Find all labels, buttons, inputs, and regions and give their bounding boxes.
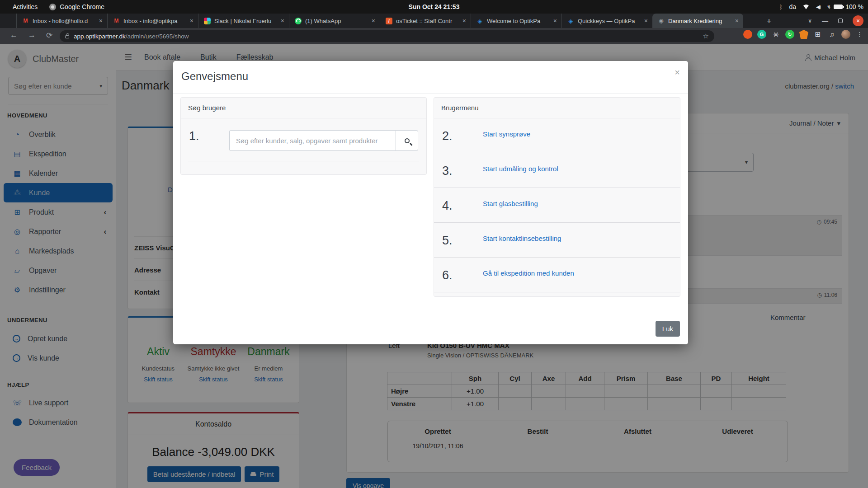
gmail-icon: M [113,18,120,24]
battery-icon [834,5,843,9]
whatsapp-icon [295,18,302,24]
search-users-panel: Søg brugere 1. [180,97,427,175]
tab-search-chevron-icon[interactable]: ∨ [808,18,812,24]
shortcut-number: 1. [189,129,199,143]
volume-icon[interactable]: ◀) [816,4,821,10]
battery-indicator[interactable]: ↯ 100 % [827,3,863,10]
browser-tab[interactable]: (1) WhatsApp × [289,14,380,28]
lock-icon[interactable] [65,35,69,38]
browser-tab[interactable]: ◈ Quickkeys — OptikPa × [561,14,652,28]
tab-title: Quickkeys — OptikPa [578,18,640,24]
shortcut-link[interactable]: Start synsprøve [483,130,530,138]
browser-tab[interactable]: ◉ Danmark Kreditering × [652,14,743,28]
shortcut-row: 2. Start synsprøve [434,118,680,153]
tab-title: Slack | Nikolai Fruerlu [214,18,276,24]
user-menu-panel: Brugermenu 2. Start synsprøve 3. Start u… [434,97,680,297]
shortcut-link[interactable]: Start udmåling og kontrol [483,165,558,173]
forward-button[interactable]: → [28,31,36,40]
tab-title: Inbox - hollo@hollo.d [33,18,94,24]
reload-button[interactable]: ⟳ [46,31,52,40]
tab-title: (1) WhatsApp [305,18,367,24]
bluetooth-icon[interactable]: ᛒ [779,4,783,10]
profile-avatar[interactable] [841,30,850,39]
keyboard-layout-indicator[interactable]: da [789,3,796,10]
shortcut-link[interactable]: Start glasbestilling [483,200,538,207]
tab-close-icon[interactable]: × [462,17,467,24]
shortcut-link[interactable]: Gå til ekspedition med kunden [483,269,574,277]
extension-row: G {≡} ↻ ⊞ ♫ ⋮ [743,30,864,39]
optikpartner-icon: ◈ [567,18,574,24]
ubuntu-ext-icon[interactable] [743,30,752,39]
tab-title: osTicket :: Staff Contr [396,18,458,24]
shortcut-number: 3. [442,164,453,178]
browser-tab[interactable]: M Inbox - hollo@hollo.d × [16,14,107,28]
tab-close-icon[interactable]: × [643,17,649,24]
site-favicon: ◉ [658,18,665,24]
browser-toolbar: ← → ⟳ app.optikpartner.dk/admin/user/569… [0,28,868,44]
json-viewer-ext-icon[interactable]: {≡} [771,30,780,39]
tab-title: Danmark Kreditering [668,18,731,24]
minimize-button[interactable]: — [822,17,828,24]
shortcut-row: 6. Gå til ekspedition med kunden [434,258,680,292]
shortcut-menu-modal: Genvejsmenu × Søg brugere 1. Brugermenu … [173,61,688,344]
gmail-icon: M [22,18,29,24]
tab-close-icon[interactable]: × [98,17,104,24]
shortcut-link[interactable]: Start kontaktlinsebestilling [483,235,561,242]
search-button[interactable] [396,130,418,151]
shortcut-row: 4. Start glasbestilling [434,188,680,223]
search-icon [405,138,410,143]
modal-title: Genvejsmenu [181,70,248,83]
tab-title: Inbox - info@optikpa [123,18,185,24]
active-app-menu[interactable]: Google Chrome [49,3,104,10]
browser-tab[interactable]: Slack | Nikolai Fruerlu × [198,14,289,28]
shortcut-row: 3. Start udmåling og kontrol [434,153,680,188]
system-clock[interactable]: Sun Oct 24 21:53 [409,3,460,10]
tab-close-icon[interactable]: × [189,17,194,24]
search-input[interactable] [229,130,396,151]
extensions-puzzle-icon[interactable]: ⊞ [813,30,822,39]
page-viewport: A ClubMaster Søg efter en kunde ▾ HOVEDM… [0,44,868,488]
shortcut-number: 2. [442,129,453,143]
panel-header: Søg brugere [181,98,426,118]
shortcut-number: 5. [442,234,453,248]
restore-window-button[interactable] [838,19,843,23]
charging-bolt-icon: ↯ [827,4,831,10]
tab-close-icon[interactable]: × [280,17,285,24]
user-menu-items: 2. Start synsprøve 3. Start udmåling og … [434,118,680,292]
tab-list: M Inbox - hollo@hollo.d × M Inbox - info… [16,14,743,28]
browser-tab[interactable]: ◈ Welcome to OptikPa × [471,14,561,28]
system-bar: Activities Google Chrome Sun Oct 24 21:5… [0,0,868,14]
kebab-menu-icon[interactable]: ⋮ [855,30,864,39]
slack-icon [204,18,211,24]
refresh-ext-icon[interactable]: ↻ [785,30,794,39]
bookmark-star-icon[interactable]: ☆ [703,32,709,40]
new-tab-button[interactable]: + [763,15,775,27]
tab-title: Welcome to OptikPa [487,18,549,24]
osticket-icon: / [386,18,392,24]
metamask-ext-icon[interactable] [799,30,808,39]
address-bar[interactable]: app.optikpartner.dk/admin/user/5695/show… [60,30,714,42]
tab-close-icon[interactable]: × [734,17,740,24]
shortcut-number: 6. [442,268,453,282]
playlist-ext-icon[interactable]: ♫ [827,30,836,39]
chrome-logo-icon [49,4,56,10]
activities-button[interactable]: Activities [13,3,38,10]
close-icon[interactable]: × [675,67,680,78]
tab-close-icon[interactable]: × [371,17,376,24]
close-modal-button[interactable]: Luk [656,321,680,337]
browser-tab-strip: M Inbox - hollo@hollo.d × M Inbox - info… [0,14,868,28]
tab-close-icon[interactable]: × [552,17,558,24]
optikpartner-icon: ◈ [476,18,483,24]
grammarly-ext-icon[interactable]: G [757,30,766,39]
wifi-icon[interactable] [802,5,810,9]
back-button[interactable]: ← [10,31,18,40]
panel-header: Brugermenu [434,98,680,118]
url-host: app.optikpartner.dk [74,33,126,40]
shortcut-row: 5. Start kontaktlinsebestilling [434,223,680,258]
close-window-button[interactable]: × [853,15,863,26]
url-path: /admin/user/5695/show [126,33,189,40]
browser-tab[interactable]: M Inbox - info@optikpa × [107,14,198,28]
browser-tab[interactable]: / osTicket :: Staff Contr × [380,14,471,28]
shortcut-number: 4. [442,199,453,213]
